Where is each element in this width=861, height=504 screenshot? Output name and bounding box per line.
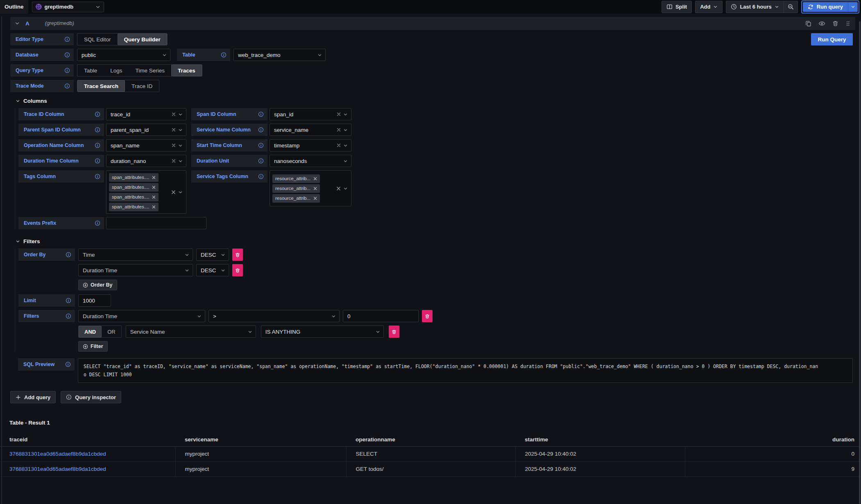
clear-all-icon[interactable] bbox=[171, 190, 176, 194]
events-prefix-input[interactable] bbox=[106, 217, 206, 229]
table-select[interactable]: web_trace_demo bbox=[233, 49, 326, 61]
column-header-duration[interactable]: duration bbox=[685, 432, 861, 446]
toggle-visibility-icon[interactable] bbox=[818, 20, 825, 27]
drag-handle-icon[interactable] bbox=[845, 20, 850, 27]
editor-type-option-sql-editor[interactable]: SQL Editor bbox=[77, 34, 118, 45]
info-icon bbox=[95, 142, 100, 148]
cell-operationname: GET todos/ bbox=[346, 461, 515, 477]
trace-id-link[interactable]: 3768831301ea0d65adaef8b9da1cbded bbox=[9, 451, 106, 457]
add-filter-button[interactable]: Filter bbox=[78, 341, 108, 352]
service-tags-column-label: Service Tags Column bbox=[191, 170, 267, 183]
tags-column-multiselect[interactable]: span_attributes.... span_attributes.... … bbox=[106, 170, 186, 214]
info-icon bbox=[66, 298, 71, 303]
service-name-column-select[interactable]: service_name bbox=[270, 124, 351, 136]
outline-pane-toggle[interactable]: Outline bbox=[0, 0, 28, 14]
duration-time-column-select[interactable]: duration_nano bbox=[106, 155, 186, 167]
remove-chip-icon[interactable] bbox=[313, 197, 317, 200]
condition-and-option[interactable]: AND bbox=[79, 326, 102, 337]
column-header-servicename[interactable]: servicename bbox=[175, 432, 346, 446]
parent-span-id-column-select[interactable]: parent_span_id bbox=[106, 124, 186, 136]
query-type-option-table[interactable]: Table bbox=[77, 65, 104, 76]
order-by-field-select[interactable]: Duration Time bbox=[78, 264, 193, 276]
database-select[interactable]: public bbox=[77, 49, 170, 61]
query-row-header[interactable]: A (greptimedb) bbox=[10, 17, 855, 30]
run-query-button[interactable]: Run query bbox=[803, 2, 848, 12]
clear-icon[interactable] bbox=[337, 112, 341, 116]
delete-query-icon[interactable] bbox=[832, 20, 838, 27]
clear-icon[interactable] bbox=[172, 112, 176, 116]
query-inspector-button[interactable]: Query inspector bbox=[61, 391, 121, 403]
filter-operator-select[interactable]: > bbox=[208, 310, 340, 322]
trace-id-link[interactable]: 3768831301ea0d65adaef8b9da1cbded bbox=[9, 466, 106, 472]
editor-type-option-query-builder[interactable]: Query Builder bbox=[118, 34, 167, 45]
add-query-button[interactable]: Add query bbox=[10, 391, 56, 403]
query-type-option-time-series[interactable]: Time Series bbox=[129, 65, 172, 76]
remove-order-by-button[interactable] bbox=[232, 249, 243, 261]
remove-chip-icon[interactable] bbox=[313, 177, 317, 181]
zoom-out-time-button[interactable] bbox=[784, 1, 798, 13]
columns-section-body: Trace ID Column trace_id Span ID Column … bbox=[15, 108, 855, 229]
clock-icon bbox=[731, 4, 737, 10]
filters-section-header[interactable]: Filters bbox=[10, 238, 855, 244]
chevron-down-icon bbox=[343, 186, 348, 191]
top-toolbar: Outline greptimedb Split Add Las bbox=[0, 0, 861, 14]
add-order-by-button[interactable]: Order By bbox=[78, 280, 117, 290]
info-icon bbox=[64, 68, 70, 73]
filter-field-select[interactable]: Service Name bbox=[126, 325, 256, 338]
query-footer-actions: Add query Query inspector bbox=[10, 391, 861, 403]
parent-span-id-column-label: Parent Span ID Column bbox=[18, 124, 104, 136]
clear-icon[interactable] bbox=[172, 159, 176, 163]
chevron-down-icon bbox=[343, 143, 348, 148]
clear-icon[interactable] bbox=[337, 143, 341, 147]
remove-chip-icon[interactable] bbox=[152, 205, 156, 209]
column-header-operationname[interactable]: operationname bbox=[346, 432, 515, 446]
outline-label: Outline bbox=[5, 4, 24, 10]
remove-chip-icon[interactable] bbox=[313, 187, 317, 190]
trace-mode-option-trace-search[interactable]: Trace Search bbox=[77, 80, 125, 92]
clear-icon[interactable] bbox=[172, 143, 176, 147]
filter-value-input[interactable] bbox=[343, 310, 419, 322]
clear-icon[interactable] bbox=[337, 128, 341, 132]
order-by-field-select[interactable]: Time bbox=[78, 249, 193, 261]
remove-chip-icon[interactable] bbox=[152, 185, 156, 189]
vertical-scrollbar[interactable] bbox=[859, 21, 861, 504]
service-tags-column-multiselect[interactable]: resource_attrib... resource_attrib... re… bbox=[270, 170, 351, 206]
operation-name-column-select[interactable]: span_name bbox=[106, 139, 186, 151]
pane-divider[interactable] bbox=[1, 16, 2, 504]
duration-unit-select[interactable]: nanoseconds bbox=[270, 155, 351, 167]
clear-icon[interactable] bbox=[172, 128, 176, 132]
query-type-row: Query Type Table Logs Time Series Traces bbox=[10, 64, 855, 77]
remove-chip-icon[interactable] bbox=[152, 176, 156, 179]
columns-section-header[interactable]: Columns bbox=[10, 98, 855, 104]
remove-chip-icon[interactable] bbox=[152, 195, 156, 199]
trace-id-column-select[interactable]: trace_id bbox=[106, 108, 186, 120]
order-by-direction-select[interactable]: DESC bbox=[196, 249, 229, 261]
filter-operator-select[interactable]: IS ANYTHING bbox=[261, 325, 384, 338]
remove-order-by-button[interactable] bbox=[232, 264, 243, 276]
add-panel-button[interactable]: Add bbox=[695, 1, 723, 13]
datasource-picker[interactable]: greptimedb bbox=[32, 2, 104, 12]
span-id-column-select[interactable]: span_id bbox=[270, 108, 351, 120]
column-header-traceid[interactable]: traceid bbox=[0, 432, 175, 446]
filter-field-select[interactable]: Duration Time bbox=[78, 310, 205, 322]
add-label: Add bbox=[700, 4, 710, 10]
column-header-starttime[interactable]: starttime bbox=[515, 432, 685, 446]
run-query-options-caret[interactable] bbox=[848, 2, 858, 12]
time-range-picker[interactable]: Last 6 hours bbox=[726, 1, 784, 13]
clear-all-icon[interactable] bbox=[336, 186, 341, 191]
cell-traceid: 3768831301ea0d65adaef8b9da1cbded bbox=[0, 446, 175, 461]
service-tags-chip-list: resource_attrib... resource_attrib... re… bbox=[272, 174, 334, 203]
query-type-option-traces[interactable]: Traces bbox=[171, 65, 202, 76]
condition-or-option[interactable]: OR bbox=[102, 326, 121, 337]
limit-input[interactable] bbox=[78, 294, 111, 307]
panel-run-query-button[interactable]: Run Query bbox=[811, 33, 853, 45]
start-time-column-select[interactable]: timestamp bbox=[270, 139, 351, 151]
query-type-option-logs[interactable]: Logs bbox=[104, 65, 129, 76]
duplicate-query-icon[interactable] bbox=[805, 20, 811, 27]
remove-filter-button[interactable] bbox=[422, 310, 433, 322]
split-button[interactable]: Split bbox=[662, 1, 692, 13]
chevron-down-icon bbox=[713, 5, 718, 9]
remove-filter-button[interactable] bbox=[389, 325, 399, 338]
trace-mode-option-trace-id[interactable]: Trace ID bbox=[125, 80, 159, 92]
order-by-direction-select[interactable]: DESC bbox=[196, 264, 229, 276]
